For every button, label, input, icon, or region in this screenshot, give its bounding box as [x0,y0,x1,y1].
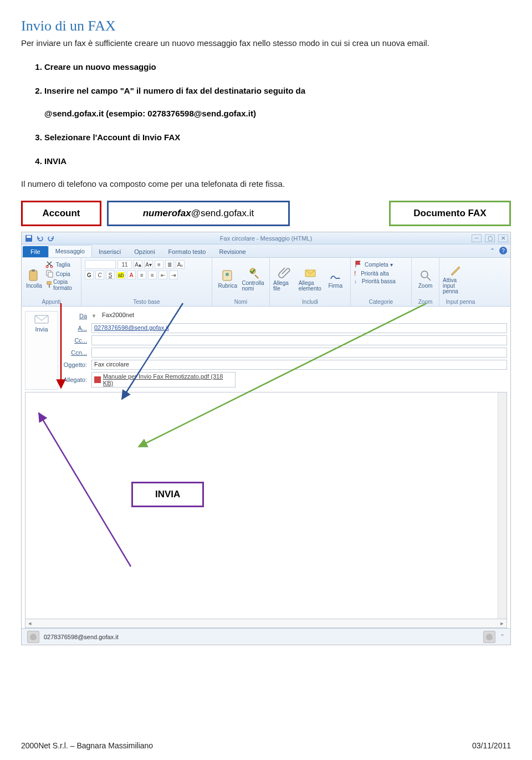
zoom-button[interactable]: Zoom [415,260,436,298]
font-color-icon[interactable]: A [127,271,136,279]
shrink-font-icon[interactable]: A▾ [144,260,153,269]
highlight-icon[interactable]: ab [116,271,125,279]
attachment-chip[interactable]: Manuale per Invio Fax Remotizzato.pdf (3… [91,372,236,387]
bold-button[interactable]: G [85,271,94,279]
send-button[interactable]: Invia [25,311,58,390]
indent-inc-icon[interactable]: ⇥ [169,271,178,279]
group-clipboard: Incolla Taglia Copia Copia formato Appun… [22,258,81,306]
address-book-button[interactable]: Rubrica [216,260,240,298]
callout-account: Account [21,201,101,226]
maximize-button[interactable]: ▢ [485,234,495,242]
step-4: INVIA [44,155,511,167]
cc-field[interactable] [91,335,507,345]
group-ink: Attiva input penna Input penna [439,258,482,306]
attachment-label: Allegato: [60,376,91,383]
from-label[interactable]: Da [60,313,91,319]
step-1: Creare un nuovo messaggio [44,61,511,73]
group-names-label: Nomi [216,298,266,305]
ribbon-tabs: File Messaggio Inserisci Opzioni Formato… [22,244,510,258]
underline-button[interactable]: S [106,271,115,279]
tab-inserisci[interactable]: Inserisci [92,246,127,257]
attach-item-button[interactable]: Allega elemento [299,260,322,298]
signature-button[interactable]: Firma [324,260,347,298]
ink-button[interactable]: Attiva input penna [443,260,468,298]
font-size-select[interactable]: 11 [117,260,132,269]
page-title: Invio di un FAX [21,18,511,34]
group-zoom: Zoom Zoom [412,258,439,306]
tab-formato[interactable]: Formato testo [162,246,213,257]
group-categorize-label: Categorie [354,298,408,305]
help-icon[interactable]: ? [499,247,507,254]
bullets-icon[interactable]: ≡ [155,260,163,269]
window-title: Fax circolare - Messaggio (HTML) [22,235,510,242]
group-font-label: Testo base [85,298,208,305]
cc-label[interactable]: Cc... [60,337,91,344]
subject-label: Oggetto: [60,361,91,368]
font-family-select[interactable] [85,260,116,269]
low-priority-button[interactable]: ↓ Priorità bassa [354,278,396,284]
vertical-scrollbar[interactable] [498,392,507,619]
italic-button[interactable]: C [95,271,104,279]
footer-left: 2000Net S.r.l. – Bagnara Massimiliano [21,741,153,750]
align-center-icon[interactable]: ≡ [148,271,157,279]
horizontal-scrollbar[interactable]: ◂▸ [25,619,507,628]
close-button[interactable]: ✕ [498,234,508,242]
copy-button[interactable]: Copia [45,269,78,278]
page-footer: 2000Net S.r.l. – Bagnara Massimiliano 03… [21,741,511,750]
paste-button[interactable]: Incolla [25,260,43,298]
svg-rect-9 [49,284,50,288]
bcc-label[interactable]: Ccn... [60,349,91,356]
bcc-field[interactable] [91,348,507,358]
tab-messaggio[interactable]: Messaggio [48,245,92,257]
steps-list: Creare un nuovo messaggio Inserire nel c… [44,61,511,167]
expand-icon[interactable]: ⌃ [500,633,505,640]
message-body[interactable] [25,392,507,619]
step-2: Inserire nel campo "A" il numero di fax … [44,85,511,119]
attachment-name: Manuale per Invio Fax Remotizzato.pdf (3… [103,373,233,386]
to-label[interactable]: A... [60,325,91,331]
step-1-text: Creare un nuovo messaggio [44,62,156,72]
step-3-text: Selezionare l'Account di Invio FAX [44,132,180,142]
group-include-label: Includi [273,298,347,305]
step-3: Selezionare l'Account di Invio FAX [44,131,511,143]
svg-rect-8 [47,282,52,284]
minimize-button[interactable]: ─ [472,234,482,242]
svg-rect-3 [32,269,35,272]
message-header-fields: Invia Da▼ Fax2000net A...0278376598@send… [22,307,510,390]
ribbon: Incolla Taglia Copia Copia formato Appun… [22,258,510,307]
step-2-sub: @send.gofax.it (esempio: 0278376598@send… [44,108,511,119]
attach-file-button[interactable]: Allega file [273,260,296,298]
svg-point-11 [226,273,229,276]
status-email: 0278376598@send.gofax.it [44,634,119,640]
contact-photo-icon [483,631,495,643]
subject-field[interactable]: Fax circolare [91,360,507,370]
group-names: Rubrica Controlla nomi Nomi [212,258,270,306]
align-left-icon[interactable]: ≡ [137,271,146,279]
callout-invia: INVIA [131,482,204,507]
group-font: 11 A▴ A▾ ≡ ≣ Aₐ G C S ab A ≡ ≡ [81,258,212,306]
svg-rect-7 [48,272,53,277]
from-value: Fax2000net [100,311,507,321]
ribbon-collapse-icon[interactable]: ⌃ [490,247,495,254]
send-label: Invia [35,326,48,333]
callout-fax-prefix: numerofax [143,208,191,218]
tab-revisione[interactable]: Revisione [212,246,252,257]
grow-font-icon[interactable]: A▴ [134,260,142,269]
tab-opzioni[interactable]: Opzioni [127,246,161,257]
numbering-icon[interactable]: ≣ [165,260,174,269]
callout-faxaddr: numerofax@send.gofax.it [107,201,290,226]
callout-documento: Documento FAX [389,201,511,226]
followup-button[interactable]: Completa ▾ [354,260,396,269]
pdf-icon [94,376,101,383]
tab-file[interactable]: File [23,246,48,257]
cut-button[interactable]: Taglia [45,260,78,269]
indent-dec-icon[interactable]: ⇤ [158,271,167,279]
paste-label: Incolla [26,283,42,289]
high-priority-button[interactable]: ! Priorità alta [354,271,396,277]
presence-avatar-icon [27,631,39,643]
svg-rect-2 [29,271,37,280]
check-names-button[interactable]: Controlla nomi [242,260,267,298]
styles-icon[interactable]: Aₐ [176,260,185,269]
to-field[interactable]: 0278376598@send.gofax.it [91,323,507,333]
format-painter-button[interactable]: Copia formato [45,279,78,291]
